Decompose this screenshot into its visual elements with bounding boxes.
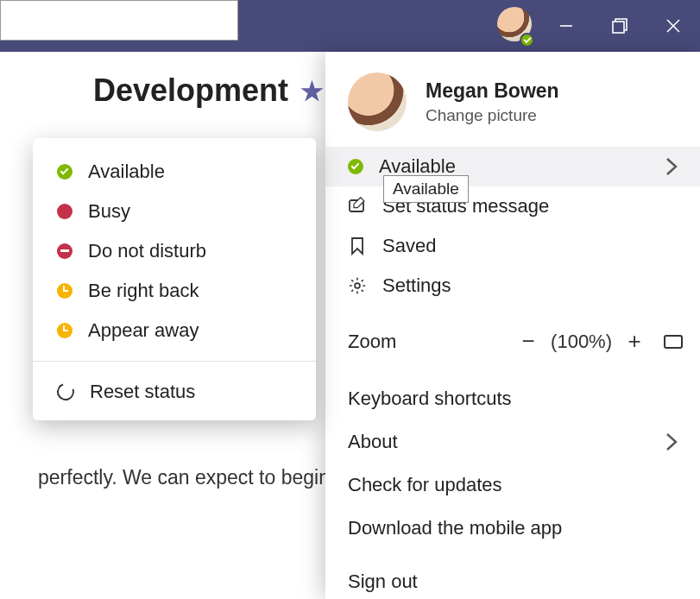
profile-name: Megan Bowen <box>426 79 559 103</box>
download-mobile-label: Download the mobile app <box>348 517 562 539</box>
page-title-text: Development <box>93 73 288 109</box>
saved-row[interactable]: Saved <box>325 226 700 266</box>
status-option-label: Be right back <box>88 280 199 302</box>
settings-row[interactable]: Settings <box>325 266 700 306</box>
sign-out-label: Sign out <box>348 571 418 593</box>
download-mobile-row[interactable]: Download the mobile app <box>325 507 700 550</box>
divider <box>33 361 316 362</box>
zoom-percent: (100%) <box>545 331 617 353</box>
status-option-dnd[interactable]: Do not disturb <box>33 231 316 271</box>
chevron-right-icon <box>665 432 678 451</box>
zoom-row: Zoom − (100%) + <box>325 316 700 367</box>
favorite-star-icon[interactable]: ★ <box>300 76 324 106</box>
chevron-right-icon <box>665 157 678 176</box>
profile-header: Megan Bowen Change picture <box>325 52 700 147</box>
status-option-label: Busy <box>88 200 130 223</box>
svg-point-6 <box>355 283 360 288</box>
change-picture-link[interactable]: Change picture <box>426 106 559 125</box>
maximize-button[interactable] <box>593 0 646 52</box>
status-option-brb[interactable]: Be right back <box>33 271 316 311</box>
busy-icon <box>57 204 73 219</box>
zoom-in-button[interactable]: + <box>617 328 652 355</box>
edit-icon <box>348 197 367 216</box>
gear-icon <box>348 276 367 295</box>
status-option-label: Do not disturb <box>88 240 206 262</box>
status-row[interactable]: Available Available <box>325 147 700 186</box>
profile-flyout: Megan Bowen Change picture Available Ava… <box>325 52 700 599</box>
status-submenu: Available Busy Do not disturb Be right b… <box>33 138 316 420</box>
zoom-label: Zoom <box>348 331 396 353</box>
status-option-available[interactable]: Available <box>33 152 316 192</box>
status-option-label: Available <box>88 161 165 183</box>
status-tooltip: Available <box>383 175 469 203</box>
status-option-away[interactable]: Appear away <box>33 311 316 350</box>
status-option-label: Reset status <box>90 381 195 403</box>
away-icon <box>57 323 73 338</box>
minimize-button[interactable] <box>539 0 593 52</box>
body-text-fragment: perfectly. We can expect to begin pro <box>38 466 364 489</box>
about-row[interactable]: About <box>325 420 700 463</box>
settings-label: Settings <box>382 274 451 297</box>
svg-rect-2 <box>613 22 624 33</box>
keyboard-shortcuts-label: Keyboard shortcuts <box>348 388 512 410</box>
fullscreen-icon[interactable] <box>664 335 683 349</box>
saved-label: Saved <box>382 235 436 257</box>
bookmark-icon <box>348 236 367 255</box>
close-button[interactable] <box>646 0 700 52</box>
dnd-icon <box>57 243 73 259</box>
search-input[interactable] <box>0 0 238 41</box>
title-bar <box>0 0 700 52</box>
window-controls <box>539 0 700 52</box>
presence-available-icon <box>520 33 534 47</box>
set-status-message-row[interactable]: Set status message <box>325 186 700 226</box>
zoom-out-button[interactable]: − <box>511 328 545 355</box>
keyboard-shortcuts-row[interactable]: Keyboard shortcuts <box>325 377 700 420</box>
check-updates-label: Check for updates <box>348 474 502 496</box>
about-label: About <box>348 431 398 453</box>
status-option-label: Appear away <box>88 319 199 342</box>
status-option-busy[interactable]: Busy <box>33 192 316 231</box>
status-option-reset[interactable]: Reset status <box>33 372 316 412</box>
check-updates-row[interactable]: Check for updates <box>325 463 700 507</box>
available-icon <box>57 164 73 180</box>
reset-icon <box>54 381 78 404</box>
brb-icon <box>57 283 73 299</box>
sign-out-row[interactable]: Sign out <box>325 560 700 599</box>
available-icon <box>348 159 363 174</box>
profile-avatar[interactable] <box>348 73 407 131</box>
